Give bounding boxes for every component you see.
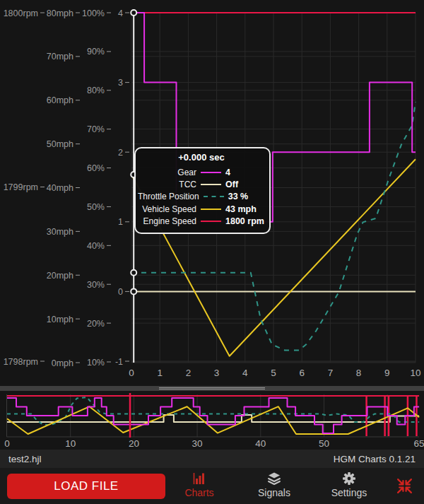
status-bar: test2.hjl HGM Charts 0.1.21 — [0, 450, 424, 468]
axis-tick-label-gear: 2 — [118, 148, 123, 158]
x-axis-label: 5 — [271, 368, 276, 378]
tooltip-series-value: 4 — [225, 168, 265, 177]
x-axis-label: 9 — [384, 368, 390, 378]
axis-tick-label-mph: 70mph — [47, 52, 73, 61]
chart-scrollbar-thumb[interactable] — [159, 386, 265, 391]
tab-signals[interactable]: Signals — [245, 471, 304, 498]
overview-x-label: 40 — [255, 438, 266, 449]
axis-tick-label-rpm: 1798rpm — [4, 357, 38, 367]
x-axis-label: 7 — [328, 368, 334, 378]
tooltip-series-label: TCC — [138, 180, 196, 189]
tooltip-series-value: 1800 rpm — [225, 216, 265, 226]
tooltip-series-value: 33 % — [228, 192, 265, 201]
axis-tick-label-pct: 20% — [87, 319, 105, 329]
x-axis-label: 0 — [129, 368, 134, 378]
axis-tick-label-pct: 90% — [87, 47, 105, 57]
gear-icon — [342, 471, 356, 486]
axis-tick-label-mph: 0mph — [52, 358, 73, 368]
tooltip-rows: Gear4TCCOffThrottle Position33 %Vehicle … — [138, 166, 265, 228]
tooltip-series-label: Throttle Position — [138, 192, 199, 201]
axis-tick-label-mph: 30mph — [47, 227, 73, 237]
tooltip-row: TCCOff — [138, 178, 265, 190]
overview-x-label: 0 — [4, 438, 10, 449]
bottom-toolbar: LOAD FILE Charts Signals — [0, 468, 424, 504]
chart-scrollbar-track[interactable] — [0, 386, 424, 391]
x-axis-label: 6 — [299, 368, 305, 378]
axis-tick-label-pct: 80% — [87, 86, 105, 95]
tooltip-series-swatch — [201, 184, 221, 185]
cursor-marker — [131, 10, 136, 16]
axis-tick-label-pct: 100% — [82, 8, 105, 18]
tooltip-time: +0.000 sec — [138, 152, 265, 163]
x-axis-label: 2 — [186, 368, 192, 378]
x-axis-label: 4 — [242, 368, 248, 378]
axis-tick-label-pct: 50% — [87, 202, 105, 212]
axis-tick-label-gear: -1 — [115, 357, 123, 367]
axis-tick-label-mph: 40mph — [47, 183, 73, 193]
overview-x-label: 10 — [65, 438, 76, 449]
overview-x-label: 50 — [319, 438, 329, 449]
tooltip-row: Gear4 — [138, 166, 265, 178]
axis-tick-label-gear: 0 — [118, 287, 123, 297]
collapse-window-button[interactable] — [396, 477, 413, 495]
tab-settings-label: Settings — [331, 487, 367, 498]
x-axis-label: 8 — [356, 368, 362, 378]
axis-tick-label-rpm: 1800rpm — [4, 8, 38, 18]
axis-tick-label-gear: 3 — [118, 78, 123, 88]
x-axis-label: 3 — [214, 368, 220, 378]
layers-icon — [267, 471, 281, 486]
load-file-button[interactable]: LOAD FILE — [7, 474, 165, 499]
overview-x-label: 65 — [414, 438, 424, 449]
tab-settings[interactable]: Settings — [319, 471, 379, 498]
overview-x-label: 30 — [192, 438, 203, 449]
tooltip-series-value: 43 mph — [225, 204, 265, 214]
axis-tick-label-mph: 20mph — [47, 271, 73, 281]
collapse-arrows-icon — [396, 477, 413, 495]
tooltip-row: Engine Speed1800 rpm — [138, 216, 265, 228]
tooltip-series-value: Off — [225, 180, 265, 189]
tab-signals-label: Signals — [258, 487, 290, 498]
axis-tick-label-pct: 70% — [87, 124, 105, 134]
x-axis-label: 10 — [410, 368, 420, 378]
axis-tick-label-gear: 4 — [118, 8, 123, 18]
tab-charts-label: Charts — [184, 487, 213, 498]
axis-tick-label-gear: 1 — [118, 217, 123, 227]
axis-tick-label-mph: 50mph — [47, 139, 73, 149]
tooltip-series-swatch — [201, 221, 221, 222]
tooltip-series-swatch — [201, 172, 221, 173]
overview-series-throttle — [7, 397, 419, 425]
tooltip-series-swatch — [201, 209, 221, 210]
tab-charts[interactable]: Charts — [170, 471, 229, 498]
tooltip-row: Vehicle Speed43 mph — [138, 203, 265, 215]
tooltip-series-label: Gear — [138, 168, 196, 177]
app-version: HGM Charts 0.1.21 — [334, 454, 416, 464]
axis-tick-label-pct: 60% — [87, 163, 105, 173]
tooltip-series-swatch — [204, 196, 224, 197]
axis-tick-label-mph: 80mph — [47, 8, 73, 18]
tooltip-series-label: Vehicle Speed — [138, 204, 196, 214]
cursor-marker — [131, 270, 136, 276]
bar-chart-icon — [192, 471, 206, 486]
tooltip-row: Throttle Position33 % — [138, 191, 265, 203]
loaded-file-name: test2.hjl — [8, 454, 42, 464]
overview-chart[interactable]: 0102030405065 — [0, 392, 424, 450]
axis-tick-label-mph: 60mph — [47, 95, 73, 105]
axis-tick-label-rpm: 1799rpm — [4, 182, 38, 192]
axis-tick-label-pct: 10% — [87, 358, 105, 368]
chart-tooltip: +0.000 sec Gear4TCCOffThrottle Position3… — [134, 147, 271, 234]
overview-x-label: 20 — [129, 438, 139, 449]
axis-tick-label-pct: 40% — [87, 241, 105, 251]
axis-tick-label-mph: 10mph — [47, 315, 73, 324]
axis-tick-label-pct: 30% — [87, 280, 105, 290]
cursor-marker — [131, 288, 136, 294]
tooltip-series-label: Engine Speed — [138, 216, 196, 226]
x-axis-label: 1 — [157, 368, 163, 378]
